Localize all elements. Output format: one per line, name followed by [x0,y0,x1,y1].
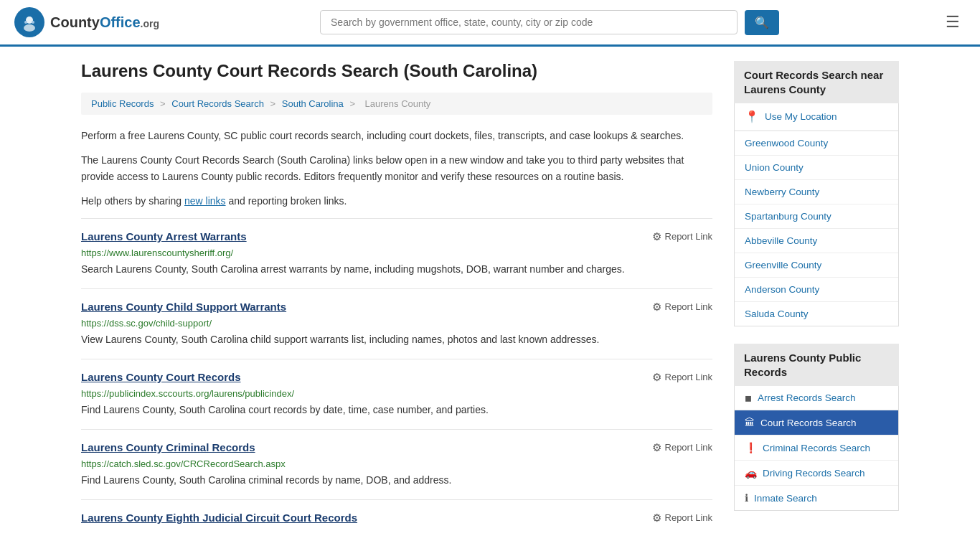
report-link-0[interactable]: ⚙ Report Link [652,230,712,243]
arrest-label: Arrest Records Search [758,392,856,403]
link-url-2[interactable]: https://publicindex.sccourts.org/laurens… [81,388,712,399]
link-title-0[interactable]: Laurens County Arrest Warrants [81,230,247,242]
link-desc-2: Find Laurens County, South Carolina cour… [81,402,712,418]
pr-court[interactable]: 🏛 Court Records Search [735,410,898,435]
breadcrumb-laurens-county: Laurens County [365,98,431,109]
svg-point-3 [24,21,27,24]
driving-label: Driving Records Search [763,468,865,479]
breadcrumb-sep-2: > [270,98,278,109]
nearby-county-8[interactable]: Saluda County [735,302,898,326]
report-icon-0: ⚙ [652,230,661,243]
report-icon-2: ⚙ [652,371,661,384]
nearby-title: Court Records Search near Laurens County [734,61,899,103]
nearby-label-4: Spartanburg County [745,211,831,222]
location-pin-icon: 📍 [745,110,759,123]
search-input[interactable] [320,10,738,34]
arrest-icon: ◼ [745,393,752,403]
report-link-1[interactable]: ⚙ Report Link [652,301,712,314]
public-records-section: Laurens County Public Records ◼ Arrest R… [734,344,899,511]
nearby-county-3[interactable]: Newberry County [735,180,898,204]
link-title-2[interactable]: Laurens County Court Records [81,371,241,383]
nearby-county-4[interactable]: Spartanburg County [735,204,898,229]
intro-description: Perform a free Laurens County, SC public… [81,128,712,143]
link-entry-4: Laurens County Eighth Judicial Circuit C… [81,499,712,540]
search-button[interactable]: 🔍 [745,10,779,35]
link-url-0[interactable]: https://www.laurenscountysheriff.org/ [81,248,712,258]
criminal-label: Criminal Records Search [763,443,870,453]
nearby-label-5: Abbeville County [745,235,817,246]
menu-button[interactable]: ☰ [940,10,966,34]
nearby-label-1: Greenwood County [745,138,828,149]
use-location-item[interactable]: 📍 Use My Location [735,103,898,131]
nearby-section: Court Records Search near Laurens County… [734,61,899,326]
nearby-label-6: Greenville County [745,260,821,270]
breadcrumb: Public Records > Court Records Search > … [81,93,712,115]
nearby-county-6[interactable]: Greenville County [735,253,898,278]
criminal-icon: ❗ [745,442,757,453]
link-entry-2: Laurens County Court Records ⚙ Report Li… [81,359,712,429]
nearby-label-3: Newberry County [745,187,819,197]
link-title-3[interactable]: Laurens County Criminal Records [81,441,255,453]
link-entry-3: Laurens County Criminal Records ⚙ Report… [81,429,712,499]
link-desc-1: View Laurens County, South Carolina chil… [81,332,712,347]
breadcrumb-public-records[interactable]: Public Records [91,98,154,109]
report-icon-4: ⚙ [652,512,661,524]
inmate-icon: ℹ [745,492,748,504]
pr-criminal[interactable]: ❗ Criminal Records Search [735,435,898,461]
logo-icon [14,7,44,37]
link-title-1[interactable]: Laurens County Child Support Warrants [81,301,286,313]
main-content: Laurens County Court Records Search (Sou… [81,61,712,540]
link-entry-header-4: Laurens County Eighth Judicial Circuit C… [81,512,712,524]
link-entry-header-1: Laurens County Child Support Warrants ⚙ … [81,301,712,314]
report-link-4[interactable]: ⚙ Report Link [652,512,712,524]
breadcrumb-sep-1: > [160,98,168,109]
nearby-county-2[interactable]: Union County [735,156,898,180]
link-entry-header-3: Laurens County Criminal Records ⚙ Report… [81,441,712,454]
link-entries: Laurens County Arrest Warrants ⚙ Report … [81,218,712,540]
pr-inmate[interactable]: ℹ Inmate Search [735,486,898,510]
pr-arrest[interactable]: ◼ Arrest Records Search [735,386,898,410]
nearby-list: 📍 Use My Location Greenwood County Union… [734,103,899,326]
court-label: Court Records Search [760,418,857,428]
nearby-label-7: Anderson County [745,284,819,295]
breadcrumb-sep-3: > [349,98,357,109]
link-url-1[interactable]: https://dss.sc.gov/child-support/ [81,318,712,329]
main-container: Laurens County Court Records Search (Sou… [60,47,920,551]
search-area: 🔍 [320,10,779,35]
pr-driving[interactable]: 🚗 Driving Records Search [735,461,898,486]
new-links-link[interactable]: new links [184,195,226,207]
report-link-2[interactable]: ⚙ Report Link [652,371,712,384]
link-title-4[interactable]: Laurens County Eighth Judicial Circuit C… [81,512,357,524]
sidebar: Court Records Search near Laurens County… [734,61,899,540]
link-entry-header-2: Laurens County Court Records ⚙ Report Li… [81,371,712,384]
link-url-3[interactable]: https://catch.sled.sc.gov/CRCRecordSearc… [81,458,712,469]
court-icon: 🏛 [745,417,755,428]
nearby-county-7[interactable]: Anderson County [735,278,898,302]
site-header: CountyOffice.org 🔍 ☰ [0,0,980,47]
detail-description: The Laurens County Court Records Search … [81,152,712,184]
nearby-county-1[interactable]: Greenwood County [735,131,898,156]
share-description: Help others by sharing new links and rep… [81,193,712,209]
nearby-label-2: Union County [745,162,804,173]
link-desc-0: Search Laurens County, South Carolina ar… [81,262,712,277]
public-records-list: ◼ Arrest Records Search 🏛 Court Records … [734,386,899,511]
svg-point-4 [32,21,34,24]
inmate-label: Inmate Search [754,493,817,504]
report-link-3[interactable]: ⚙ Report Link [652,441,712,454]
report-icon-1: ⚙ [652,301,661,314]
link-entry-0: Laurens County Arrest Warrants ⚙ Report … [81,218,712,288]
breadcrumb-south-carolina[interactable]: South Carolina [282,98,344,109]
breadcrumb-court-records[interactable]: Court Records Search [171,98,264,109]
public-records-title: Laurens County Public Records [734,344,899,386]
report-icon-3: ⚙ [652,441,661,454]
logo[interactable]: CountyOffice.org [14,7,159,37]
logo-text: CountyOffice.org [50,14,159,31]
use-location-label: Use My Location [765,111,837,122]
nearby-county-5[interactable]: Abbeville County [735,229,898,253]
nearby-label-8: Saluda County [745,309,809,319]
driving-icon: 🚗 [745,467,757,479]
page-title: Laurens County Court Records Search (Sou… [81,61,712,81]
link-entry-header-0: Laurens County Arrest Warrants ⚙ Report … [81,230,712,243]
svg-point-2 [24,24,35,32]
link-entry-1: Laurens County Child Support Warrants ⚙ … [81,288,712,359]
